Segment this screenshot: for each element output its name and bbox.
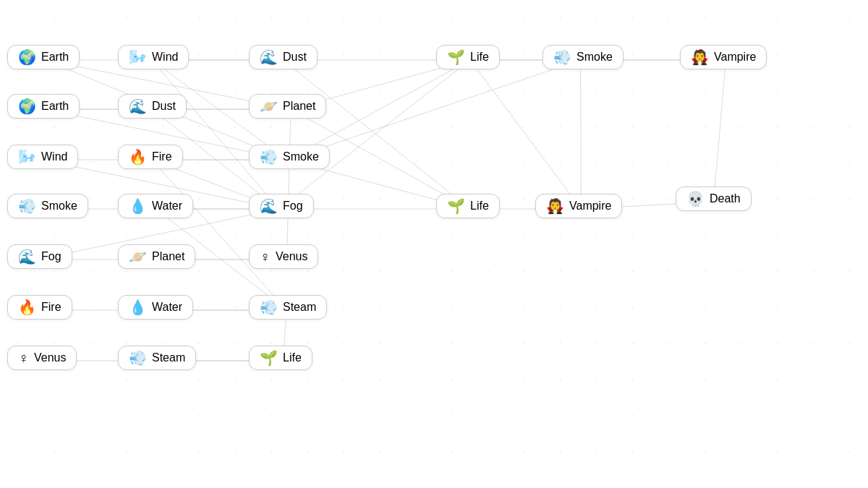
fire-emoji: 🔥 [18,300,36,314]
svg-line-27 [279,60,471,209]
life-label: Life [470,51,489,64]
node-n3[interactable]: 🌊Dust [249,45,318,69]
planet-label: Planet [283,100,315,113]
steam-emoji: 💨 [129,351,147,365]
life-emoji: 🌱 [447,199,465,213]
steam-label: Steam [283,301,316,314]
node-n14[interactable]: 💧Water [118,194,193,218]
svg-line-23 [287,109,292,260]
vampire-label: Vampire [714,51,756,64]
planet-emoji: 🪐 [129,249,147,264]
node-n25[interactable]: ♀Venus [7,346,77,370]
node-n11[interactable]: 🔥Fire [118,145,183,169]
wind-emoji: 🌬️ [129,50,147,64]
planet-label: Planet [152,250,184,263]
fog-label: Fog [283,200,303,213]
smoke-label: Smoke [283,150,319,163]
venus-label: Venus [34,351,66,364]
dust-emoji: 🌊 [129,99,147,114]
vampire-emoji: 🧛 [691,50,709,64]
node-n16[interactable]: 🌱Life [436,194,500,218]
node-n9[interactable]: 🪐Planet [249,94,326,119]
fog-label: Fog [41,250,61,263]
wind-emoji: 🌬️ [18,150,36,164]
earth-emoji: 🌍 [18,99,36,114]
smoke-emoji: 💨 [260,150,278,164]
water-emoji: 💧 [129,300,147,314]
life-emoji: 🌱 [447,50,465,64]
wind-label: Wind [41,150,67,163]
svg-line-25 [287,60,581,160]
node-n10[interactable]: 🌬️Wind [7,145,78,169]
dust-label: Dust [152,100,176,113]
death-emoji: 💀 [686,192,705,206]
life-label: Life [470,200,489,213]
smoke-label: Smoke [41,200,77,213]
node-n5[interactable]: 💨Smoke [542,45,624,69]
water-emoji: 💧 [129,199,147,213]
svg-line-43 [714,60,726,202]
fog-emoji: 🌊 [18,249,36,264]
vampire-emoji: 🧛 [546,199,564,213]
node-n21[interactable]: ♀Venus [249,244,318,269]
vampire-label: Vampire [569,200,611,213]
planet-emoji: 🪐 [260,99,278,114]
node-n4[interactable]: 🌱Life [436,45,500,69]
dust-emoji: 🌊 [260,50,278,64]
node-n12[interactable]: 💨Smoke [249,145,330,169]
venus-emoji: ♀ [18,351,29,365]
node-n1[interactable]: 🌍Earth [7,45,80,69]
smoke-emoji: 💨 [18,199,36,213]
node-n24[interactable]: 💨Steam [249,295,327,320]
node-n8[interactable]: 🌊Dust [118,94,187,119]
venus-label: Venus [276,250,307,263]
node-n7[interactable]: 🌍Earth [7,94,80,119]
wind-label: Wind [152,51,178,64]
fire-emoji: 🔥 [129,150,147,164]
steam-emoji: 💨 [260,300,278,314]
svg-line-5 [152,60,279,209]
venus-emoji: ♀ [260,249,271,264]
node-n19[interactable]: 🌊Fog [7,244,72,269]
node-n15[interactable]: 🌊Fog [249,194,314,218]
node-n23[interactable]: 💧Water [118,295,193,320]
dust-label: Dust [283,51,307,64]
water-label: Water [152,200,182,213]
node-n6[interactable]: 🧛Vampire [680,45,767,69]
node-n26[interactable]: 💨Steam [118,346,196,370]
svg-line-15 [152,160,287,310]
node-n13[interactable]: 💨Smoke [7,194,88,218]
node-n2[interactable]: 🌬️Wind [118,45,189,69]
smoke-emoji: 💨 [553,50,571,64]
life-emoji: 🌱 [260,351,278,365]
fire-label: Fire [152,150,172,163]
node-n27[interactable]: 🌱Life [249,346,312,370]
svg-line-39 [470,60,582,209]
node-n22[interactable]: 🔥Fire [7,295,72,320]
fog-emoji: 🌊 [260,199,278,213]
svg-line-20 [283,60,470,209]
earth-label: Earth [41,100,69,113]
smoke-label: Smoke [576,51,613,64]
node-n18[interactable]: 💀Death [676,187,752,211]
node-n20[interactable]: 🪐Planet [118,244,195,269]
node-n17[interactable]: 🧛Vampire [535,194,622,218]
water-label: Water [152,301,182,314]
svg-line-41 [581,60,582,209]
death-label: Death [710,192,741,205]
life-label: Life [283,351,302,364]
earth-emoji: 🌍 [18,50,36,64]
fire-label: Fire [41,301,61,314]
earth-label: Earth [41,51,69,64]
steam-label: Steam [152,351,185,364]
